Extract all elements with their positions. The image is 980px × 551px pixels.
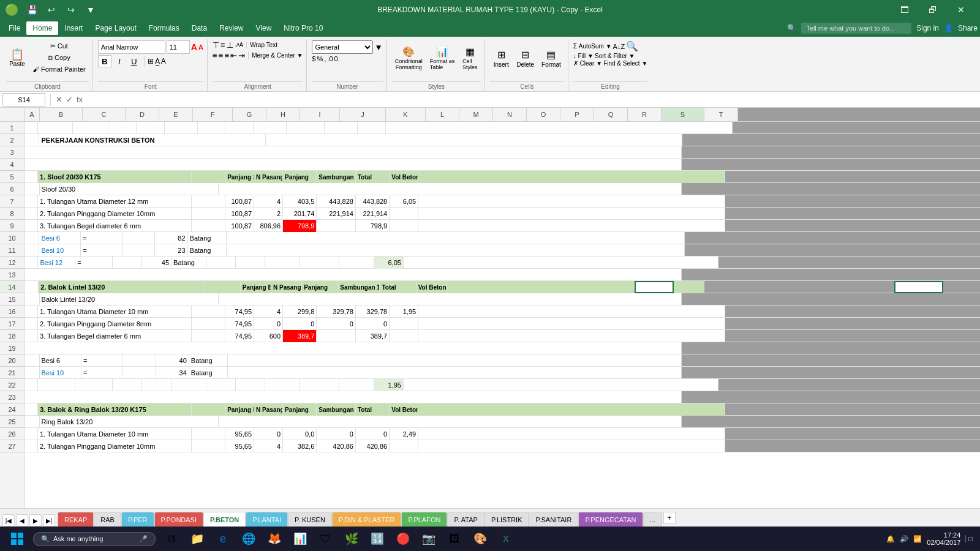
conditional-formatting-btn[interactable]: 🎨 ConditionalFormatting (392, 40, 426, 76)
taskbar-edge[interactable]: e (211, 527, 235, 544)
qat-dropdown[interactable]: ▼ (82, 1, 99, 18)
col-header-s[interactable]: S (662, 108, 704, 121)
col-header-g[interactable]: G (233, 108, 266, 121)
cell-g8[interactable]: 100,87 (225, 208, 254, 220)
cell-d22[interactable] (113, 379, 142, 391)
cell-f27[interactable] (192, 440, 225, 452)
cell-i8[interactable]: 201,74 (283, 208, 317, 220)
sort-filter-btn[interactable]: Sort & Filter ▼ (595, 53, 635, 59)
cell-h18[interactable]: 600 (254, 330, 283, 342)
align-bottom-btn[interactable]: ⊥ (227, 40, 233, 50)
cell-i12[interactable] (265, 257, 300, 269)
increase-font-btn[interactable]: A (191, 42, 197, 52)
cell-g16[interactable]: 74,95 (225, 305, 254, 318)
cell-f16[interactable] (192, 305, 225, 318)
cell-d21[interactable] (123, 367, 156, 379)
cell-a10[interactable] (24, 232, 39, 244)
menu-view[interactable]: View (250, 21, 278, 35)
col-header-t[interactable]: T (704, 108, 738, 121)
tab-pper[interactable]: P.PER (121, 512, 154, 527)
cell-f8[interactable] (192, 208, 225, 220)
number-format-dropdown[interactable]: ▼ (374, 43, 382, 52)
cell-rest15[interactable] (219, 293, 682, 305)
cell-l22[interactable]: 1,95 (374, 379, 404, 391)
tab-pdin[interactable]: P.DIN & PLASTER (332, 512, 402, 527)
cell-i24[interactable]: Panjang (283, 403, 317, 416)
cell-a2[interactable] (24, 134, 39, 146)
menu-formulas[interactable]: Formulas (143, 21, 186, 35)
cell-rest26[interactable] (418, 428, 725, 440)
cell-rest7[interactable] (418, 195, 725, 208)
cell-j27[interactable]: 420,86 (317, 440, 356, 452)
cell-rest27[interactable] (418, 440, 725, 452)
tab-plistrik[interactable]: P.LISTRIK (484, 512, 529, 527)
menu-review[interactable]: Review (213, 21, 249, 35)
cell-l12[interactable]: 6,05 (374, 257, 404, 269)
cell-a21[interactable] (24, 367, 40, 379)
cell-e22[interactable] (142, 379, 172, 391)
cell-a27[interactable] (24, 440, 38, 452)
cell-s14-selected[interactable] (635, 281, 674, 293)
cell-a18[interactable] (24, 330, 38, 342)
cell-a20[interactable] (24, 354, 40, 367)
cell-j9[interactable] (317, 220, 356, 232)
cell-b16[interactable]: 1. Tulangan Utama Diameter 10 mm (38, 305, 192, 318)
cell-k17[interactable]: 0 (356, 318, 390, 330)
cell-h8[interactable]: 2 (254, 208, 283, 220)
cell-b18[interactable]: 3. Tulangan Begel diameter 6 mm (38, 330, 192, 342)
menu-file[interactable]: File (2, 21, 26, 35)
cell-h24[interactable]: N Pasang (254, 403, 283, 416)
cell-styles-btn[interactable]: ▦ CellStyles (459, 40, 481, 76)
cell-b5[interactable]: 1. Sloof 20/30 K175 (38, 171, 192, 183)
percent-btn[interactable]: % (317, 55, 323, 62)
italic-button[interactable]: I (113, 55, 126, 67)
tab-patap[interactable]: P. ATAP (447, 512, 484, 527)
cell-l24[interactable]: Vol Beton (390, 403, 418, 416)
taskbar-chrome[interactable]: 🌐 (236, 527, 261, 544)
number-format-select[interactable]: General Number Currency Percentage (312, 40, 373, 54)
cell-i27[interactable]: 382,6 (283, 440, 317, 452)
cell-d11[interactable] (123, 244, 155, 257)
cell-a24[interactable] (24, 403, 38, 416)
cell-a22[interactable] (24, 379, 38, 391)
cell-a7[interactable] (24, 195, 38, 208)
cell-j18[interactable] (317, 330, 356, 342)
comma-btn[interactable]: , (324, 55, 326, 62)
menu-home[interactable]: Home (26, 21, 58, 35)
cell-rest18[interactable] (418, 330, 725, 342)
col-header-r[interactable]: R (628, 108, 662, 121)
cell-f5[interactable] (192, 171, 225, 183)
cell-g1[interactable] (198, 122, 226, 134)
cell-f17[interactable] (192, 318, 225, 330)
cell-c21[interactable]: = (81, 367, 123, 379)
cell-rest25[interactable] (219, 416, 682, 428)
col-header-c[interactable]: C (83, 108, 126, 121)
col-header-d[interactable]: D (126, 108, 159, 121)
cell-b12[interactable]: Besi 12 (38, 257, 75, 269)
tab-psanitair[interactable]: P.SANITAIR (529, 512, 578, 527)
cell-d12[interactable] (113, 257, 142, 269)
col-header-j[interactable]: J (340, 108, 386, 121)
format-as-table-btn[interactable]: 📊 Format asTable (427, 40, 458, 76)
col-header-q[interactable]: Q (594, 108, 628, 121)
cell-a11[interactable] (24, 244, 39, 257)
align-left-btn[interactable]: ≡ (213, 51, 217, 60)
cell-b11[interactable]: Besi 10 (39, 244, 81, 257)
menu-nitro[interactable]: Nitro Pro 10 (277, 21, 329, 35)
cell-k18[interactable]: 389,7 (356, 330, 390, 342)
qat-redo[interactable]: ↪ (62, 1, 80, 18)
taskbar-app10[interactable]: 📷 (417, 527, 441, 544)
cell-t14[interactable] (674, 281, 704, 293)
bold-button[interactable]: B (98, 55, 111, 67)
cell-g24[interactable]: Panjang RB (225, 403, 254, 416)
cell-j22[interactable] (300, 379, 339, 391)
cell-i16[interactable]: 299,8 (283, 305, 317, 318)
cell-f18[interactable] (192, 330, 225, 342)
cell-k16[interactable]: 329,78 (356, 305, 390, 318)
cell-k8[interactable]: 221,914 (356, 208, 390, 220)
cell-b8[interactable]: 2. Tulangan Pinggang Diameter 10mm (38, 208, 192, 220)
cell-b6[interactable]: Sloof 20/30 (40, 183, 219, 195)
col-header-i[interactable]: I (300, 108, 340, 121)
cell-rest24[interactable] (418, 403, 725, 416)
tab-nav-prev[interactable]: ◀ (16, 514, 28, 527)
